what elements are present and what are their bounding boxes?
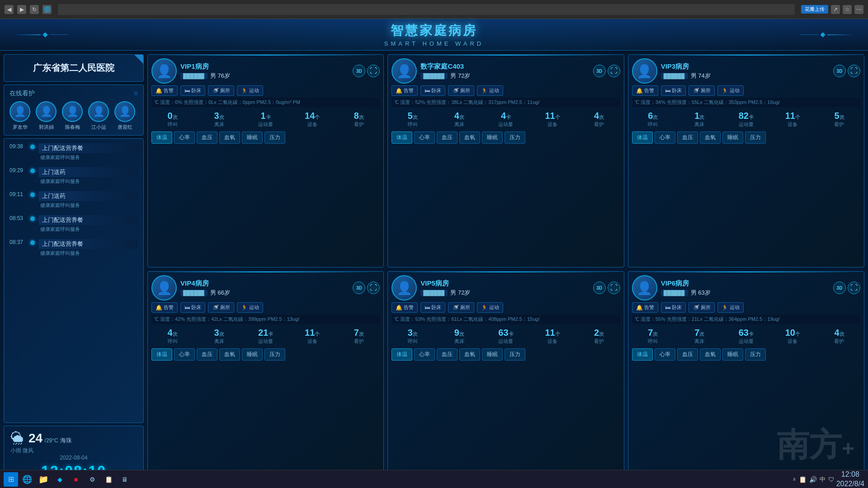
action-btn-卧床-room-vip5[interactable]: 🛏卧床 <box>420 302 445 313</box>
taskbar-icon-explorer[interactable]: 📁 <box>36 472 51 487</box>
action-btn-运动-room-vip1[interactable]: 🏃运动 <box>237 85 263 96</box>
ext-upload-button[interactable]: 花瓣上传 <box>801 5 828 14</box>
action-btn-运动-room-vip3[interactable]: 🏃运动 <box>717 85 744 96</box>
app-container: 智慧家庭病房 SMART HOME WARD 广东省第二人民医院 在线看护 ≡ <box>0 19 868 488</box>
action-btn-厕所-room-vip4[interactable]: 🚿厕所 <box>208 302 234 313</box>
metric-btn-心率-room-vip4[interactable]: 心率 <box>174 348 195 361</box>
metric-btn-体温-room-vip6[interactable]: 体温 <box>632 348 653 361</box>
3d-icon-room-vip3[interactable]: 3D <box>833 65 846 77</box>
action-btn-厕所-room-vip6[interactable]: 🚿厕所 <box>689 302 715 313</box>
url-bar[interactable] <box>58 4 795 15</box>
taskbar-time[interactable]: 12:08 2022/8/4 <box>836 470 864 488</box>
metric-btn-压力-room-vip5[interactable]: 压力 <box>505 348 525 361</box>
action-btn-告警-room-c403[interactable]: 🔔告警 <box>392 85 418 96</box>
metric-btn-睡眠-room-c403[interactable]: 睡眠 <box>482 131 503 144</box>
metric-btn-血压-room-vip6[interactable]: 血压 <box>677 348 698 361</box>
metric-btn-压力-room-c403[interactable]: 压力 <box>505 131 525 144</box>
action-btn-卧床-room-vip1[interactable]: 🛏卧床 <box>180 85 205 96</box>
metric-btn-心率-room-vip5[interactable]: 心率 <box>414 348 435 361</box>
metric-btn-血氧-room-c403[interactable]: 血氧 <box>459 131 480 144</box>
taskbar-start-button[interactable]: ⊞ <box>4 472 18 487</box>
action-btn-卧床-room-vip3[interactable]: 🛏卧床 <box>661 85 686 96</box>
3d-icon-room-vip4[interactable]: 3D <box>353 282 365 294</box>
action-btn-运动-room-vip5[interactable]: 🏃运动 <box>477 302 503 313</box>
metric-btn-睡眠-room-vip6[interactable]: 睡眠 <box>722 348 743 361</box>
metric-btn-血氧-room-vip3[interactable]: 血氧 <box>700 131 721 144</box>
action-btn-告警-room-vip3[interactable]: 🔔告警 <box>632 85 658 96</box>
action-btn-告警-room-vip5[interactable]: 🔔告警 <box>392 302 418 313</box>
action-btn-告警-room-vip4[interactable]: 🔔告警 <box>151 302 178 313</box>
fullscreen-icon-room-vip3[interactable]: ⛶ <box>848 65 860 77</box>
metric-btn-血氧-room-vip6[interactable]: 血氧 <box>700 348 721 361</box>
action-btn-告警-room-vip6[interactable]: 🔔告警 <box>632 302 658 313</box>
metric-btn-压力-room-vip1[interactable]: 压力 <box>264 131 285 144</box>
action-btn-厕所-room-c403[interactable]: 🚿厕所 <box>448 85 474 96</box>
3d-icon-room-vip1[interactable]: 3D <box>353 65 365 77</box>
action-btn-卧床-room-vip4[interactable]: 🛏卧床 <box>180 302 205 313</box>
taskbar-icon-app3[interactable]: ⚙ <box>85 472 99 487</box>
room-icons-room-vip3: 3D⛶ <box>833 65 860 77</box>
action-btn-卧床-room-vip6[interactable]: 🛏卧床 <box>661 302 686 313</box>
metric-btn-血压-room-c403[interactable]: 血压 <box>437 131 458 144</box>
stat-item-1-room-vip4: 3次离床 <box>198 328 240 345</box>
fullscreen-icon-room-vip6[interactable]: ⛶ <box>848 282 860 294</box>
share-button[interactable]: ↗ <box>831 5 840 14</box>
metric-btn-睡眠-room-vip1[interactable]: 睡眠 <box>242 131 263 144</box>
metric-btn-体温-room-c403[interactable]: 体温 <box>392 131 412 144</box>
globe-button[interactable]: 🌐 <box>42 5 52 14</box>
taskbar-icon-app5[interactable]: 🖥 <box>118 472 132 487</box>
bookmark-button[interactable]: ☆ <box>843 5 852 14</box>
taskbar-shield-icon[interactable]: 🛡 <box>828 476 835 483</box>
metric-btn-心率-room-vip6[interactable]: 心率 <box>655 348 675 361</box>
taskbar-icon-app2[interactable]: ■ <box>69 472 83 487</box>
metric-btn-体温-room-vip5[interactable]: 体温 <box>392 348 412 361</box>
taskbar-chevron-icon[interactable]: ∧ <box>793 476 796 482</box>
metric-btn-心率-room-c403[interactable]: 心率 <box>414 131 435 144</box>
taskbar-lang-indicator[interactable]: 中 <box>820 475 826 483</box>
action-btn-告警-room-vip1[interactable]: 🔔告警 <box>151 85 178 96</box>
metric-btn-压力-room-vip6[interactable]: 压力 <box>745 348 766 361</box>
action-btn-厕所-room-vip3[interactable]: 🚿厕所 <box>689 85 715 96</box>
metric-btn-体温-room-vip4[interactable]: 体温 <box>151 348 172 361</box>
metric-btn-血氧-room-vip1[interactable]: 血氧 <box>219 131 240 144</box>
action-btn-厕所-room-vip5[interactable]: 🚿厕所 <box>448 302 474 313</box>
action-btn-运动-room-vip6[interactable]: 🏃运动 <box>717 302 744 313</box>
metric-btn-体温-room-vip1[interactable]: 体温 <box>151 131 172 144</box>
fullscreen-icon-room-vip4[interactable]: ⛶ <box>367 282 380 294</box>
metric-btn-体温-room-vip3[interactable]: 体温 <box>632 131 653 144</box>
3d-icon-room-c403[interactable]: 3D <box>593 65 606 77</box>
back-button[interactable]: ◀ <box>5 5 14 14</box>
taskbar-icon-edge[interactable]: 🌐 <box>20 472 34 487</box>
action-btn-卧床-room-c403[interactable]: 🛏卧床 <box>420 85 445 96</box>
taskbar-volume-icon[interactable]: 🔊 <box>809 476 817 483</box>
metric-btn-睡眠-room-vip4[interactable]: 睡眠 <box>242 348 263 361</box>
metric-btn-血氧-room-vip4[interactable]: 血氧 <box>219 348 240 361</box>
fullscreen-icon-room-c403[interactable]: ⛶ <box>608 65 620 77</box>
stat-value-3: 11个 <box>545 328 560 338</box>
action-btn-厕所-room-vip1[interactable]: 🚿厕所 <box>208 85 234 96</box>
metric-btn-血压-room-vip1[interactable]: 血压 <box>197 131 217 144</box>
forward-button[interactable]: ▶ <box>17 5 26 14</box>
metric-btn-压力-room-vip3[interactable]: 压力 <box>745 131 766 144</box>
metric-btn-心率-room-vip3[interactable]: 心率 <box>655 131 675 144</box>
metric-btn-睡眠-room-vip5[interactable]: 睡眠 <box>482 348 503 361</box>
3d-icon-room-vip5[interactable]: 3D <box>593 282 606 294</box>
metric-btn-心率-room-vip1[interactable]: 心率 <box>174 131 195 144</box>
metric-btn-压力-room-vip4[interactable]: 压力 <box>264 348 285 361</box>
refresh-button[interactable]: ↻ <box>30 5 39 14</box>
metric-btn-血氧-room-vip5[interactable]: 血氧 <box>459 348 480 361</box>
metric-btn-血压-room-vip5[interactable]: 血压 <box>437 348 458 361</box>
taskbar-icon-app4[interactable]: 📋 <box>101 472 116 487</box>
taskbar-icon-app1[interactable]: ◆ <box>52 472 67 487</box>
nurses-menu-icon[interactable]: ≡ <box>134 89 138 98</box>
taskbar-clipboard-icon[interactable]: 📋 <box>799 476 807 483</box>
metric-btn-睡眠-room-vip3[interactable]: 睡眠 <box>722 131 743 144</box>
fullscreen-icon-room-vip5[interactable]: ⛶ <box>608 282 620 294</box>
action-btn-运动-room-c403[interactable]: 🏃运动 <box>477 85 503 96</box>
fullscreen-icon-room-vip1[interactable]: ⛶ <box>367 65 380 77</box>
metric-btn-血压-room-vip4[interactable]: 血压 <box>197 348 217 361</box>
browser-menu-button[interactable]: ⋯ <box>854 5 863 14</box>
3d-icon-room-vip6[interactable]: 3D <box>833 282 846 294</box>
action-btn-运动-room-vip4[interactable]: 🏃运动 <box>237 302 263 313</box>
metric-btn-血压-room-vip3[interactable]: 血压 <box>677 131 698 144</box>
